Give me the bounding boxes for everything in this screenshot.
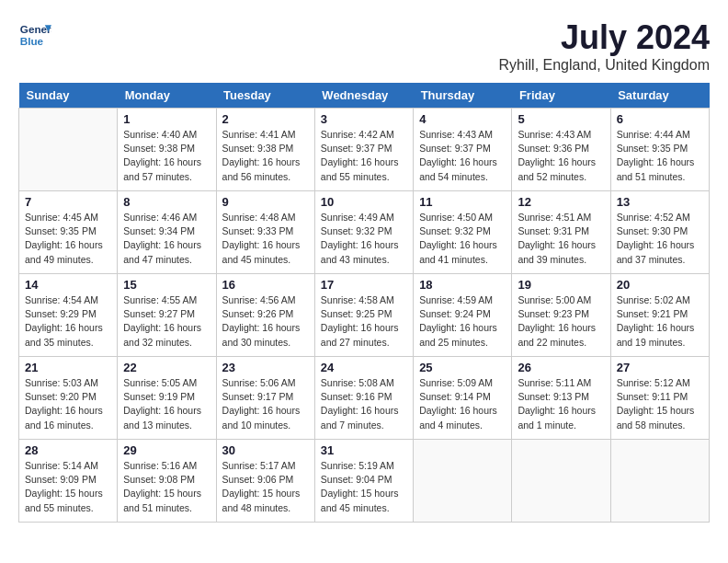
- day-info: Sunrise: 5:11 AM Sunset: 9:13 PM Dayligh…: [518, 376, 604, 432]
- calendar-cell: 7Sunrise: 4:45 AM Sunset: 9:35 PM Daylig…: [19, 191, 118, 274]
- calendar-cell: 2Sunrise: 4:41 AM Sunset: 9:38 PM Daylig…: [216, 109, 314, 191]
- day-info: Sunrise: 5:00 AM Sunset: 9:23 PM Dayligh…: [518, 293, 604, 350]
- calendar-cell: 19Sunrise: 5:00 AM Sunset: 9:23 PM Dayli…: [512, 274, 610, 357]
- calendar-cell: [19, 109, 118, 191]
- day-number: 21: [25, 361, 111, 374]
- day-info: Sunrise: 4:51 AM Sunset: 9:31 PM Dayligh…: [518, 211, 604, 267]
- day-info: Sunrise: 4:43 AM Sunset: 9:37 PM Dayligh…: [419, 128, 506, 184]
- day-info: Sunrise: 4:52 AM Sunset: 9:30 PM Dayligh…: [617, 211, 703, 267]
- day-info: Sunrise: 5:16 AM Sunset: 9:08 PM Dayligh…: [123, 459, 210, 515]
- day-info: Sunrise: 5:17 AM Sunset: 9:06 PM Dayligh…: [222, 459, 309, 515]
- calendar-cell: 18Sunrise: 4:59 AM Sunset: 9:24 PM Dayli…: [414, 274, 512, 357]
- calendar-cell: 24Sunrise: 5:08 AM Sunset: 9:16 PM Dayli…: [314, 357, 413, 440]
- calendar-cell: 3Sunrise: 4:42 AM Sunset: 9:37 PM Daylig…: [314, 109, 413, 191]
- title-block: July 2024 Ryhill, England, United Kingdo…: [499, 18, 710, 74]
- calendar-cell: 1Sunrise: 4:40 AM Sunset: 9:38 PM Daylig…: [118, 109, 216, 191]
- day-info: Sunrise: 4:59 AM Sunset: 9:24 PM Dayligh…: [419, 293, 506, 350]
- day-number: 25: [419, 361, 506, 374]
- weekday-header-monday: Monday: [118, 83, 216, 109]
- calendar-cell: [414, 440, 512, 523]
- day-number: 18: [419, 278, 506, 292]
- day-info: Sunrise: 4:40 AM Sunset: 9:38 PM Dayligh…: [123, 128, 210, 184]
- day-number: 12: [518, 195, 604, 209]
- day-info: Sunrise: 5:02 AM Sunset: 9:21 PM Dayligh…: [617, 293, 703, 350]
- day-number: 28: [25, 443, 111, 457]
- calendar-cell: 23Sunrise: 5:06 AM Sunset: 9:17 PM Dayli…: [216, 357, 314, 440]
- day-number: 26: [518, 361, 604, 374]
- weekday-header-tuesday: Tuesday: [216, 83, 314, 109]
- calendar-cell: 27Sunrise: 5:12 AM Sunset: 9:11 PM Dayli…: [610, 357, 709, 440]
- calendar-cell: 31Sunrise: 5:19 AM Sunset: 9:04 PM Dayli…: [314, 440, 413, 523]
- day-number: 1: [123, 112, 210, 126]
- calendar-cell: 17Sunrise: 4:58 AM Sunset: 9:25 PM Dayli…: [314, 274, 413, 357]
- day-info: Sunrise: 5:19 AM Sunset: 9:04 PM Dayligh…: [321, 459, 407, 515]
- week-row-1: 1Sunrise: 4:40 AM Sunset: 9:38 PM Daylig…: [19, 109, 710, 191]
- day-number: 16: [222, 278, 309, 292]
- day-info: Sunrise: 5:03 AM Sunset: 9:20 PM Dayligh…: [25, 376, 111, 432]
- calendar-cell: 13Sunrise: 4:52 AM Sunset: 9:30 PM Dayli…: [610, 191, 709, 274]
- week-row-4: 21Sunrise: 5:03 AM Sunset: 9:20 PM Dayli…: [19, 357, 710, 440]
- day-number: 15: [123, 278, 210, 292]
- svg-text:General: General: [20, 23, 51, 35]
- page-header: General Blue July 2024 Ryhill, England, …: [18, 18, 710, 74]
- day-info: Sunrise: 5:08 AM Sunset: 9:16 PM Dayligh…: [321, 376, 407, 432]
- day-info: Sunrise: 4:58 AM Sunset: 9:25 PM Dayligh…: [321, 293, 407, 350]
- calendar-cell: 20Sunrise: 5:02 AM Sunset: 9:21 PM Dayli…: [610, 274, 709, 357]
- calendar-cell: 29Sunrise: 5:16 AM Sunset: 9:08 PM Dayli…: [118, 440, 216, 523]
- day-number: 19: [518, 278, 604, 292]
- weekday-header-wednesday: Wednesday: [314, 83, 413, 109]
- week-row-3: 14Sunrise: 4:54 AM Sunset: 9:29 PM Dayli…: [19, 274, 710, 357]
- day-info: Sunrise: 4:48 AM Sunset: 9:33 PM Dayligh…: [222, 211, 309, 267]
- week-row-5: 28Sunrise: 5:14 AM Sunset: 9:09 PM Dayli…: [19, 440, 710, 523]
- day-number: 22: [123, 361, 210, 374]
- day-number: 30: [222, 443, 309, 457]
- calendar-cell: 5Sunrise: 4:43 AM Sunset: 9:36 PM Daylig…: [512, 109, 610, 191]
- day-info: Sunrise: 5:05 AM Sunset: 9:19 PM Dayligh…: [123, 376, 210, 432]
- day-number: 24: [321, 361, 407, 374]
- day-info: Sunrise: 4:42 AM Sunset: 9:37 PM Dayligh…: [321, 128, 407, 184]
- day-number: 9: [222, 195, 309, 209]
- day-number: 14: [25, 278, 111, 292]
- weekday-header-row: SundayMondayTuesdayWednesdayThursdayFrid…: [19, 83, 710, 109]
- day-info: Sunrise: 4:43 AM Sunset: 9:36 PM Dayligh…: [518, 128, 604, 184]
- calendar-cell: [512, 440, 610, 523]
- day-info: Sunrise: 4:45 AM Sunset: 9:35 PM Dayligh…: [25, 211, 111, 267]
- calendar-cell: 8Sunrise: 4:46 AM Sunset: 9:34 PM Daylig…: [118, 191, 216, 274]
- day-number: 29: [123, 443, 210, 457]
- day-number: 17: [321, 278, 407, 292]
- calendar-cell: 4Sunrise: 4:43 AM Sunset: 9:37 PM Daylig…: [414, 109, 512, 191]
- calendar-cell: [610, 440, 709, 523]
- day-info: Sunrise: 4:55 AM Sunset: 9:27 PM Dayligh…: [123, 293, 210, 350]
- day-info: Sunrise: 4:54 AM Sunset: 9:29 PM Dayligh…: [25, 293, 111, 350]
- location: Ryhill, England, United Kingdom: [499, 57, 710, 74]
- weekday-header-friday: Friday: [512, 83, 610, 109]
- weekday-header-thursday: Thursday: [414, 83, 512, 109]
- day-number: 23: [222, 361, 309, 374]
- day-number: 27: [617, 361, 703, 374]
- calendar-cell: 9Sunrise: 4:48 AM Sunset: 9:33 PM Daylig…: [216, 191, 314, 274]
- day-number: 13: [617, 195, 703, 209]
- day-info: Sunrise: 5:06 AM Sunset: 9:17 PM Dayligh…: [222, 376, 309, 432]
- calendar-body: 1Sunrise: 4:40 AM Sunset: 9:38 PM Daylig…: [19, 109, 710, 523]
- day-number: 6: [617, 112, 703, 126]
- logo: General Blue: [18, 18, 51, 52]
- calendar-cell: 22Sunrise: 5:05 AM Sunset: 9:19 PM Dayli…: [118, 357, 216, 440]
- week-row-2: 7Sunrise: 4:45 AM Sunset: 9:35 PM Daylig…: [19, 191, 710, 274]
- weekday-header-saturday: Saturday: [610, 83, 709, 109]
- day-number: 3: [321, 112, 407, 126]
- day-number: 5: [518, 112, 604, 126]
- logo-icon: General Blue: [18, 18, 51, 52]
- day-number: 8: [123, 195, 210, 209]
- calendar-cell: 6Sunrise: 4:44 AM Sunset: 9:35 PM Daylig…: [610, 109, 709, 191]
- day-info: Sunrise: 5:14 AM Sunset: 9:09 PM Dayligh…: [25, 459, 111, 515]
- calendar-cell: 15Sunrise: 4:55 AM Sunset: 9:27 PM Dayli…: [118, 274, 216, 357]
- day-info: Sunrise: 4:56 AM Sunset: 9:26 PM Dayligh…: [222, 293, 309, 350]
- svg-text:Blue: Blue: [20, 35, 44, 47]
- calendar-cell: 26Sunrise: 5:11 AM Sunset: 9:13 PM Dayli…: [512, 357, 610, 440]
- day-info: Sunrise: 5:09 AM Sunset: 9:14 PM Dayligh…: [419, 376, 506, 432]
- calendar-cell: 30Sunrise: 5:17 AM Sunset: 9:06 PM Dayli…: [216, 440, 314, 523]
- day-number: 31: [321, 443, 407, 457]
- calendar-cell: 25Sunrise: 5:09 AM Sunset: 9:14 PM Dayli…: [414, 357, 512, 440]
- day-number: 10: [321, 195, 407, 209]
- day-info: Sunrise: 4:49 AM Sunset: 9:32 PM Dayligh…: [321, 211, 407, 267]
